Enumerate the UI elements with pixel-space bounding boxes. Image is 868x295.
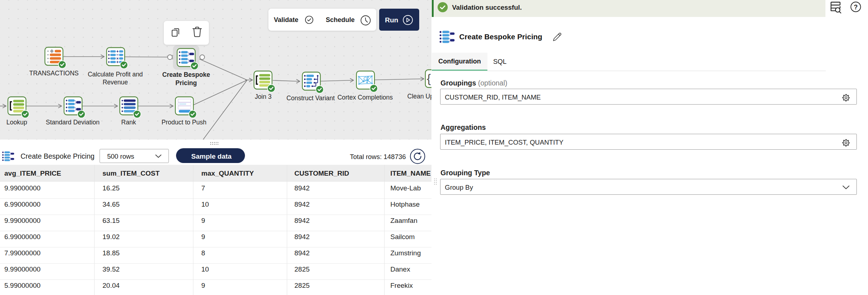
svg-text:Rank: Rank: [121, 119, 136, 126]
svg-text:Calculate Profit and: Calculate Profit and: [88, 71, 143, 78]
svg-text:?: ?: [854, 4, 858, 11]
svg-text:Cortex Completions: Cortex Completions: [337, 94, 393, 101]
svg-text:Product to Push: Product to Push: [162, 119, 207, 126]
svg-text:TRANSACTIONS: TRANSACTIONS: [29, 70, 79, 77]
svg-text:Lookup: Lookup: [6, 119, 27, 126]
svg-text:Join 3: Join 3: [255, 93, 272, 100]
svg-text:Construct Variant: Construct Variant: [286, 94, 335, 102]
svg-text:Revenue: Revenue: [102, 79, 128, 86]
svg-text:Clean Up: Clean Up: [407, 93, 431, 100]
svg-text:{: {: [427, 71, 431, 85]
svg-text:Standard Deviation: Standard Deviation: [46, 119, 100, 126]
svg-text:Create Bespoke: Create Bespoke: [162, 71, 210, 78]
svg-text:Pricing: Pricing: [175, 79, 197, 87]
